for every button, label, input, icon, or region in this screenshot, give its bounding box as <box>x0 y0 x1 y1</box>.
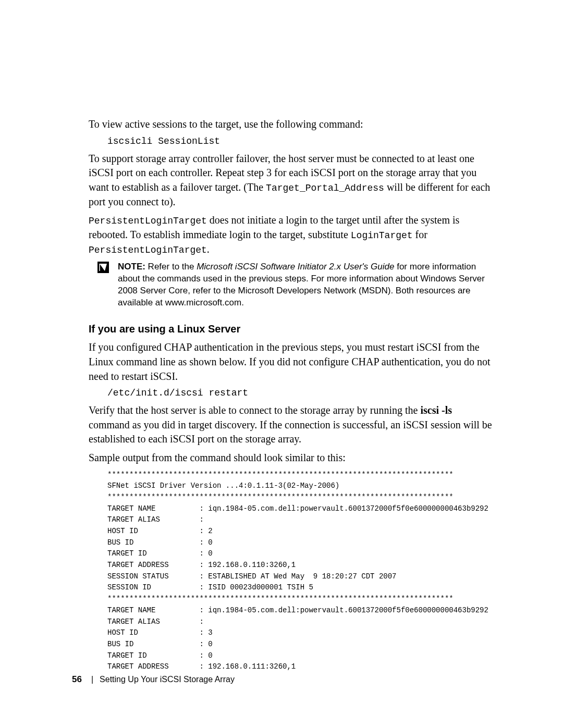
page: To view active sessions to the target, u… <box>0 0 563 728</box>
note-text: NOTE: Refer to the Microsoft iSCSI Softw… <box>118 261 493 309</box>
para-failover: To support storage array controller fail… <box>89 152 493 209</box>
footer-separator: | <box>91 675 93 684</box>
para-persistent-b: for <box>413 229 427 240</box>
note-italic: Microsoft iSCSI Software Initiator 2.x U… <box>197 262 394 272</box>
para-intro-1: To view active sessions to the target, u… <box>89 117 493 132</box>
code-persistent-2: PersistentLoginTarget <box>89 245 207 255</box>
sample-output: ****************************************… <box>107 470 493 673</box>
code-logintarget: LoginTarget <box>351 230 413 241</box>
para-verify-b: command as you did in target discovery. … <box>89 419 492 445</box>
iscsi-ls-cmd: iscsi -ls <box>420 404 452 416</box>
heading-linux: If you are using a Linux Server <box>89 323 493 335</box>
note-label: NOTE: <box>118 262 145 272</box>
para-verify-a: Verify that the host server is able to c… <box>89 404 420 416</box>
para-persistent-c: . <box>207 243 210 255</box>
note-block: NOTE: Refer to the Microsoft iSCSI Softw… <box>89 261 493 309</box>
code-persistent-1: PersistentLoginTarget <box>89 216 207 226</box>
note-icon <box>97 262 109 273</box>
footer: 56 | Setting Up Your iSCSI Storage Array <box>72 674 235 685</box>
note-a: Refer to the <box>145 262 197 272</box>
code-sessionlist: iscsicli SessionList <box>107 136 493 146</box>
para-sample: Sample output from the command should lo… <box>89 451 493 465</box>
footer-title: Setting Up Your iSCSI Storage Array <box>100 675 235 684</box>
code-target-portal: Target_Portal_Address <box>266 183 384 193</box>
para-persistent: PersistentLoginTarget does not initiate … <box>89 213 493 256</box>
para-verify: Verify that the host server is able to c… <box>89 403 493 447</box>
note-icon-wrap <box>89 261 118 273</box>
footer-page-number: 56 <box>72 674 82 685</box>
code-restart: /etc/init.d/iscsi restart <box>107 388 493 398</box>
para-linux-restart: If you configured CHAP authentication in… <box>89 340 493 384</box>
